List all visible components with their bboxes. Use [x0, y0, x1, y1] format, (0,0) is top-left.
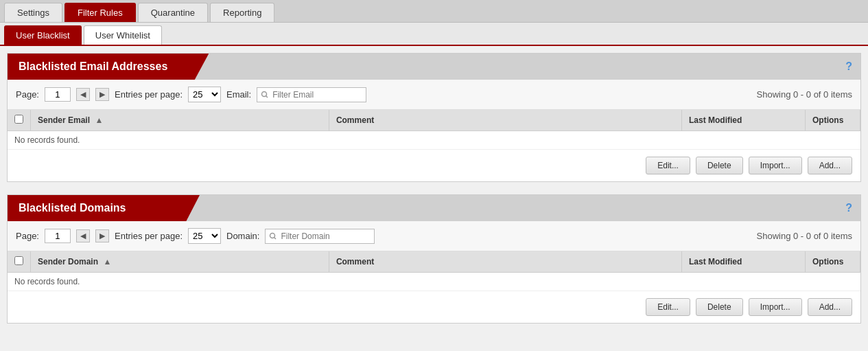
tab-filter-rules[interactable]: Filter Rules [64, 3, 136, 22]
section2-sort-arrow: ▲ [103, 257, 111, 267]
section2-entries-select[interactable]: 25 50 100 [188, 228, 221, 244]
section2-delete-btn[interactable]: Delete [696, 298, 743, 316]
section1-entries-select[interactable]: 25 50 100 [188, 87, 221, 102]
section1-page-label: Page: [16, 89, 39, 100]
section1-table: Sender Email ▲ Comment Last Modified Opt… [8, 110, 860, 150]
section1-add-btn[interactable]: Add... [808, 157, 852, 174]
section1-no-records-text: No records found. [8, 131, 860, 150]
section2-table: Sender Domain ▲ Comment Last Modified Op… [8, 251, 860, 291]
section1-table-header-row: Sender Email ▲ Comment Last Modified Opt… [8, 110, 860, 131]
section2-col-comment: Comment [329, 251, 681, 273]
section-domains: Blacklisted Domains ? Page: ◀ ▶ Entries … [7, 194, 861, 324]
section-email-addresses: Blacklisted Email Addresses ? Page: ◀ ▶ … [7, 53, 861, 182]
section1-no-records-row: No records found. [8, 131, 860, 150]
section1-email-label: Email: [226, 89, 251, 100]
section2-edit-btn[interactable]: Edit... [646, 298, 690, 316]
section2-domain-filter[interactable] [265, 229, 375, 244]
section1-import-btn[interactable]: Import... [749, 157, 802, 174]
section1-email-filter[interactable] [257, 87, 366, 102]
tab-settings[interactable]: Settings [4, 3, 62, 22]
section1-edit-btn[interactable]: Edit... [646, 157, 690, 174]
tab-reporting[interactable]: Reporting [210, 3, 274, 22]
section1-col-options: Options [806, 110, 860, 131]
main-content: Blacklisted Email Addresses ? Page: ◀ ▶ … [0, 46, 868, 343]
section2-import-btn[interactable]: Import... [749, 298, 802, 316]
section1-col-check [8, 110, 31, 131]
section2-showing-text: Showing 0 - 0 of 0 items [757, 231, 852, 241]
section1-col-comment: Comment [329, 110, 681, 131]
section2-next-btn[interactable]: ▶ [95, 229, 109, 242]
section1-sort-arrow: ▲ [95, 115, 103, 125]
section2-no-records-text: No records found. [8, 273, 860, 291]
section2-col-modified: Last Modified [682, 251, 806, 273]
section1-select-all[interactable] [14, 115, 23, 124]
section2-action-row: Edit... Delete Import... Add... [8, 291, 860, 323]
section2-col-check [8, 251, 31, 273]
section2-page-label: Page: [16, 231, 39, 241]
section2-help-icon[interactable]: ? [837, 202, 860, 214]
section1-col-sender[interactable]: Sender Email ▲ [31, 110, 329, 131]
section2-page-input[interactable] [45, 229, 71, 243]
section1-toolbar: Page: ◀ ▶ Entries per page: 25 50 100 Em… [8, 80, 860, 110]
tab-user-blacklist[interactable]: User Blacklist [4, 25, 82, 45]
section2-domain-label: Domain: [226, 231, 259, 241]
section1-prev-btn[interactable]: ◀ [76, 88, 90, 101]
section2-no-records-row: No records found. [8, 273, 860, 291]
section1-showing-text: Showing 0 - 0 of 0 items [757, 89, 852, 100]
section1-help-icon[interactable]: ? [837, 60, 860, 73]
section2-header: Blacklisted Domains ? [8, 195, 860, 221]
section1-title: Blacklisted Email Addresses [8, 54, 209, 80]
section1-header: Blacklisted Email Addresses ? [8, 54, 860, 80]
tab-user-whitelist[interactable]: User Whitelist [84, 25, 162, 45]
section2-prev-btn[interactable]: ◀ [76, 229, 90, 242]
section2-select-all[interactable] [14, 256, 23, 265]
section1-col-modified: Last Modified [682, 110, 806, 131]
section2-col-sender[interactable]: Sender Domain ▲ [31, 251, 329, 273]
top-nav: Settings Filter Rules Quarantine Reporti… [0, 0, 868, 23]
section2-title: Blacklisted Domains [8, 195, 200, 221]
section1-action-row: Edit... Delete Import... Add... [8, 150, 860, 181]
section1-delete-btn[interactable]: Delete [696, 157, 743, 174]
section2-add-btn[interactable]: Add... [808, 298, 852, 316]
section2-toolbar: Page: ◀ ▶ Entries per page: 25 50 100 Do… [8, 221, 860, 251]
section1-entries-label: Entries per page: [115, 89, 183, 100]
tab-quarantine[interactable]: Quarantine [138, 3, 208, 22]
section1-page-input[interactable] [45, 87, 71, 102]
section2-col-options: Options [806, 251, 860, 273]
sub-nav: User Blacklist User Whitelist [0, 23, 868, 46]
section2-entries-label: Entries per page: [115, 231, 183, 241]
section1-next-btn[interactable]: ▶ [95, 88, 109, 101]
section2-table-header-row: Sender Domain ▲ Comment Last Modified Op… [8, 251, 860, 273]
